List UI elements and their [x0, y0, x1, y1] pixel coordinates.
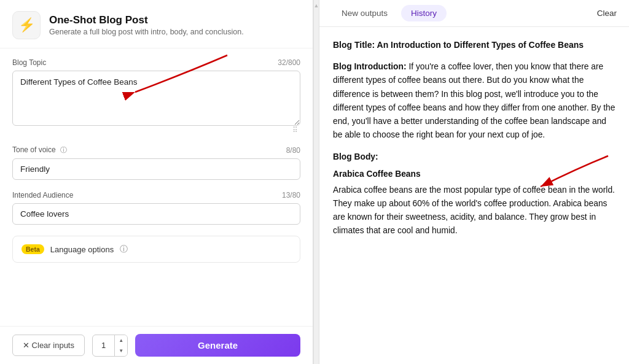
lightning-icon: ⚡	[12, 11, 41, 39]
tone-of-voice-group: Tone of voice ⓘ 8/80	[12, 145, 300, 180]
beta-badge: Beta	[21, 244, 44, 254]
tone-info-icon[interactable]: ⓘ	[60, 146, 67, 153]
blog-intro-label: Blog Introduction:	[333, 62, 408, 71]
quantity-down-button[interactable]: ▼	[115, 346, 127, 356]
quantity-arrows: ▲ ▼	[115, 335, 127, 356]
quantity-up-button[interactable]: ▲	[115, 335, 127, 346]
language-options-row[interactable]: Beta Language options ⓘ	[12, 236, 300, 263]
arabica-text: Arabica coffee beans are the most popula…	[333, 184, 615, 238]
arabica-header: Arabica Coffee Beans	[333, 168, 615, 181]
app-subtitle: Generate a full blog post with intro, bo…	[49, 28, 244, 36]
blog-body-header: Blog Body:	[333, 150, 615, 164]
tone-input[interactable]	[12, 158, 300, 180]
left-panel: ⚡ One-Shot Blog Post Generate a full blo…	[0, 0, 313, 364]
form-area: Blog Topic 32/800 ⠿ Tone of voice ⓘ 8/80	[0, 48, 313, 326]
right-panel: New outputs History Clear Blog Title: An…	[319, 0, 629, 364]
blog-intro: Blog Introduction: If you're a coffee lo…	[333, 60, 615, 141]
right-tabs: New outputs History Clear	[319, 0, 629, 27]
quantity-box: 1 ▲ ▼	[92, 335, 128, 357]
audience-input[interactable]	[12, 203, 300, 225]
tone-label: Tone of voice ⓘ	[12, 145, 67, 155]
blog-topic-input[interactable]	[12, 71, 300, 126]
quantity-value: 1	[93, 335, 115, 356]
blog-intro-text: If you're a coffee lover, then you know …	[333, 62, 615, 139]
clear-inputs-button[interactable]: ✕ Clear inputs	[12, 335, 85, 356]
resize-handle: ⠿	[12, 126, 300, 134]
audience-char-count: 13/80	[282, 191, 300, 199]
blog-topic-label-row: Blog Topic 32/800	[12, 58, 300, 67]
app-title-block: One-Shot Blog Post Generate a full blog …	[49, 14, 244, 36]
app-header: ⚡ One-Shot Blog Post Generate a full blo…	[0, 0, 313, 48]
tab-new-outputs[interactable]: New outputs	[332, 5, 397, 21]
center-divider: ▲	[313, 0, 319, 364]
blog-topic-label: Blog Topic	[12, 58, 46, 67]
main-container: ⚡ One-Shot Blog Post Generate a full blo…	[0, 0, 629, 364]
language-options-label: Language options	[50, 245, 114, 254]
footer-bar: ✕ Clear inputs 1 ▲ ▼ Generate	[0, 326, 313, 364]
intended-audience-group: Intended Audience 13/80	[12, 191, 300, 225]
generate-button[interactable]: Generate	[135, 334, 300, 357]
tone-label-row: Tone of voice ⓘ 8/80	[12, 145, 300, 155]
blog-title: Blog Title: An Introduction to Different…	[333, 38, 615, 52]
blog-topic-group: Blog Topic 32/800 ⠿	[12, 58, 300, 134]
app-title: One-Shot Blog Post	[49, 14, 244, 26]
blog-topic-char-count: 32/800	[278, 58, 300, 67]
scroll-up-indicator: ▲	[314, 2, 319, 9]
tone-char-count: 8/80	[286, 146, 300, 155]
audience-label-row: Intended Audience 13/80	[12, 191, 300, 199]
audience-label: Intended Audience	[12, 191, 73, 199]
clear-history-button[interactable]: Clear	[597, 9, 617, 18]
tab-history[interactable]: History	[401, 5, 447, 21]
content-area: Blog Title: An Introduction to Different…	[319, 27, 629, 364]
language-info-icon[interactable]: ⓘ	[120, 244, 128, 255]
